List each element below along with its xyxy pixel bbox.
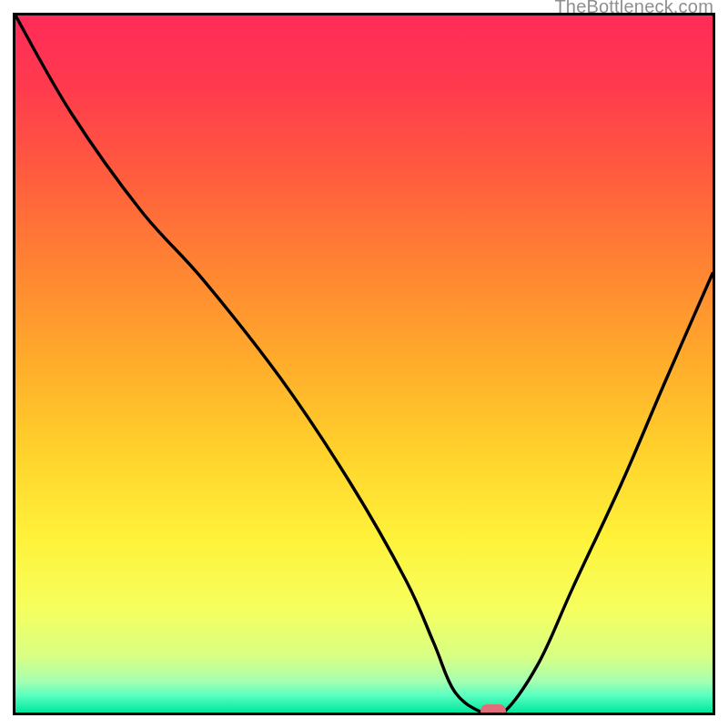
bottleneck-curve-icon	[15, 15, 713, 713]
curve-layer	[15, 15, 713, 713]
optimal-marker	[480, 704, 506, 715]
chart-frame	[13, 13, 715, 715]
